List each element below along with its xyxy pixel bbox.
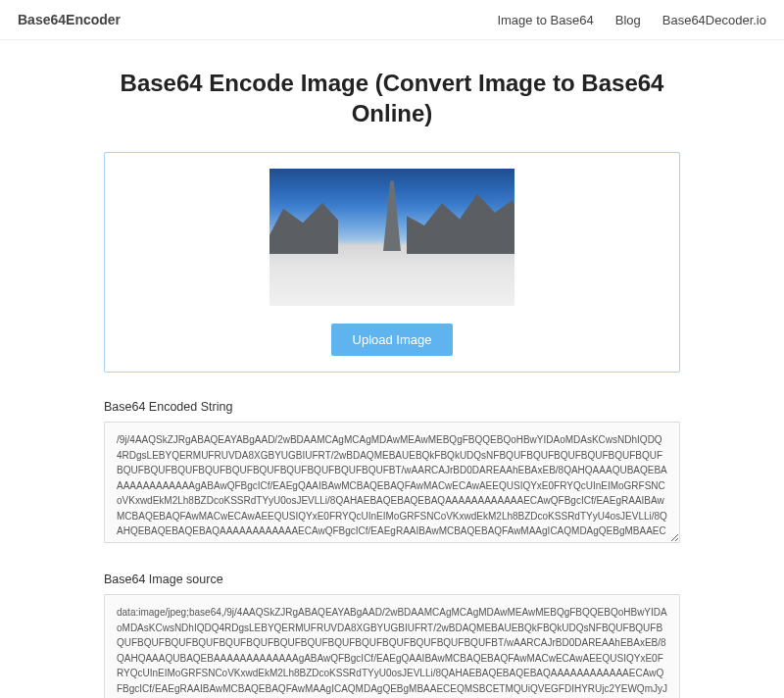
site-brand[interactable]: Base64Encoder: [18, 12, 121, 27]
top-nav: Image to Base64 Blog Base64Decoder.io: [497, 13, 766, 27]
site-header: Base64Encoder Image to Base64 Blog Base6…: [0, 0, 784, 40]
upload-panel: Upload Image: [104, 152, 680, 373]
encoded-string-output[interactable]: [104, 422, 680, 543]
main-container: Base64 Encode Image (Convert Image to Ba…: [88, 40, 696, 698]
upload-image-button[interactable]: Upload Image: [331, 324, 454, 356]
page-title: Base64 Encode Image (Convert Image to Ba…: [104, 68, 680, 128]
image-source-label: Base64 Image source: [104, 573, 680, 586]
mountain-icon: [383, 180, 401, 251]
image-source-output[interactable]: [104, 594, 680, 698]
nav-decoder[interactable]: Base64Decoder.io: [662, 13, 766, 27]
image-preview: [270, 169, 514, 306]
nav-blog[interactable]: Blog: [615, 13, 641, 27]
encoded-string-label: Base64 Encoded String: [104, 400, 680, 414]
nav-image-to-base64[interactable]: Image to Base64: [497, 13, 593, 27]
